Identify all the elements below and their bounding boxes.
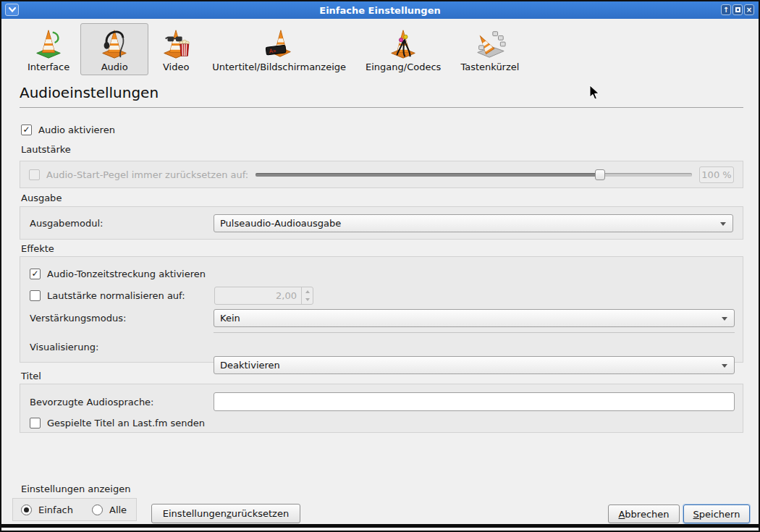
toolbar-item-hotkeys[interactable]: Tastenkürzel — [452, 23, 528, 75]
chevron-down-icon — [722, 317, 727, 321]
normalize-checkbox[interactable] — [30, 290, 41, 301]
toolbar-item-input-codecs[interactable]: Eingang/Codecs — [357, 23, 449, 75]
save-button[interactable]: Speichern — [683, 504, 750, 523]
volume-section-label: Lautstärke — [21, 144, 71, 155]
enable-audio-checkbox[interactable] — [21, 124, 32, 135]
settings-window: Einfache Einstellungen ↑ × Interface — [0, 0, 760, 532]
output-section-label: Ausgabe — [21, 193, 62, 203]
x-icon: × — [746, 7, 752, 14]
toolbar-item-interface[interactable]: Interface — [19, 23, 78, 75]
radio-all-label: Alle — [109, 504, 127, 515]
reset-volume-label: Audio-Start-Pegel immer zurücksetzen auf… — [46, 169, 248, 180]
output-module-select[interactable]: Pulseaudio-Audioausgabe — [214, 214, 733, 232]
vlc-cone-keyboard-icon — [473, 27, 507, 60]
normalize-row: Lautstärke normalisieren auf: — [30, 290, 185, 301]
button-label: peichern — [699, 509, 740, 520]
volume-slider-track[interactable] — [256, 173, 692, 177]
output-module-label: Ausgabemodul: — [30, 218, 214, 229]
arrow-up-icon: ↑ — [723, 7, 729, 14]
close-button[interactable]: × — [744, 4, 754, 15]
svg-text:A»: A» — [269, 47, 276, 54]
radio-simple[interactable] — [21, 504, 32, 515]
toolbar-item-label: Audio — [101, 62, 128, 72]
timestretch-row: Audio-Tonzeitstreckung aktivieren — [30, 269, 206, 279]
toolbar-item-video[interactable]: Video — [151, 23, 201, 75]
toolbar-item-audio[interactable]: Audio — [80, 23, 148, 75]
chevron-down-icon — [722, 364, 727, 368]
window-menu-button[interactable] — [5, 4, 19, 16]
toolbar-item-label: Interface — [28, 62, 69, 72]
page-title: Audioeinstellungen — [20, 84, 159, 101]
vlc-cone-3dglasses-popcorn-icon — [159, 27, 193, 60]
radio-simple-row[interactable]: Einfach — [21, 504, 73, 515]
spin-up-icon[interactable] — [302, 287, 313, 296]
toolbar-item-label: Untertitel/Bildschirmanzeige — [212, 62, 346, 72]
toolbar-item-subtitles-osd[interactable]: A» Untertitel/Bildschirmanzeige — [203, 23, 355, 75]
output-module-value: Pulseaudio-Audioausgabe — [220, 218, 341, 229]
toolbar-item-label: Tastenkürzel — [460, 62, 519, 72]
spin-down-icon[interactable] — [302, 296, 313, 305]
button-label: urücksetzen — [232, 508, 289, 519]
gain-mode-label: Verstärkungsmodus: — [30, 313, 126, 324]
chevron-down-icon — [720, 222, 726, 226]
reset-volume-checkbox[interactable] — [29, 169, 40, 180]
radio-all[interactable] — [92, 504, 103, 515]
lastfm-label: Gespielte Titel an Last.fm senden — [47, 418, 205, 428]
normalize-value: 2,00 — [215, 287, 301, 304]
titlebar[interactable]: Einfache Einstellungen ↑ × — [1, 1, 759, 19]
effects-panel: Audio-Tonzeitstreckung aktivieren Lautst… — [20, 256, 743, 363]
toolbar-item-label: Video — [163, 62, 189, 72]
volume-panel: Audio-Start-Pegel immer zurücksetzen auf… — [20, 161, 743, 188]
gain-mode-value: Kein — [220, 313, 240, 324]
button-label: S — [693, 509, 699, 520]
show-settings-group: Einfach Alle — [12, 498, 137, 521]
show-settings-label: Einstellungen anzeigen — [21, 484, 130, 494]
effects-section-label: Effekte — [21, 243, 54, 254]
normalize-value-spinner[interactable]: 2,00 — [214, 287, 313, 305]
visualization-label: Visualisierung: — [30, 342, 98, 352]
chevron-down-icon — [9, 7, 16, 12]
effects-divider — [214, 332, 735, 333]
volume-value-field[interactable]: 100 % — [699, 166, 734, 183]
button-label: z — [227, 508, 232, 519]
gain-mode-select[interactable]: Kein — [214, 309, 735, 327]
lastfm-checkbox[interactable] — [30, 418, 41, 428]
heading-divider — [20, 107, 743, 108]
audio-language-input[interactable] — [214, 392, 735, 411]
enable-audio-label: Audio aktivieren — [38, 124, 115, 135]
shade-button[interactable]: ↑ — [721, 4, 731, 15]
square-icon — [735, 7, 740, 12]
maximize-button[interactable] — [732, 4, 743, 15]
toolbar-item-label: Eingang/Codecs — [366, 62, 441, 72]
vlc-cone-cables-icon — [387, 27, 420, 60]
mouse-cursor-icon — [589, 85, 600, 100]
button-label: Einstellungen — [163, 508, 227, 519]
vlc-cone-headphones-icon — [98, 27, 131, 60]
window-title: Einfache Einstellungen — [1, 1, 759, 19]
audio-language-label: Bevorzugte Audiosprache: — [30, 397, 154, 408]
window-bottom-edge — [1, 524, 759, 528]
cancel-button[interactable]: Abbrechen — [608, 504, 680, 523]
radio-simple-label: Einfach — [38, 504, 73, 515]
vlc-cone-marquee-icon: A» — [263, 27, 296, 60]
preferences-toolbar: Interface Audio — [19, 23, 528, 75]
reset-preferences-button[interactable]: Einstellungen zurücksetzen — [151, 504, 300, 523]
visualization-select[interactable]: Deaktivieren — [214, 356, 735, 374]
timestretch-label: Audio-Tonzeitstreckung aktivieren — [47, 269, 206, 279]
visualization-value: Deaktivieren — [220, 360, 280, 371]
volume-slider-handle[interactable] — [595, 169, 605, 180]
button-label: A — [618, 509, 625, 520]
normalize-label: Lautstärke normalisieren auf: — [47, 290, 185, 301]
lastfm-row: Gespielte Titel an Last.fm senden — [30, 418, 205, 428]
volume-slider[interactable] — [256, 169, 692, 180]
output-panel: Ausgabemodul: Pulseaudio-Audioausgabe — [20, 206, 743, 240]
radio-all-row[interactable]: Alle — [92, 504, 127, 515]
vlc-cone-interface-icon — [32, 27, 65, 60]
button-label: bbrechen — [625, 509, 669, 520]
tracks-section-label: Titel — [21, 371, 41, 381]
spinner-arrows — [301, 287, 313, 304]
timestretch-checkbox[interactable] — [30, 269, 41, 279]
tracks-panel: Bevorzugte Audiosprache: Gespielte Titel… — [20, 384, 743, 433]
enable-audio-row: Audio aktivieren — [21, 124, 115, 135]
